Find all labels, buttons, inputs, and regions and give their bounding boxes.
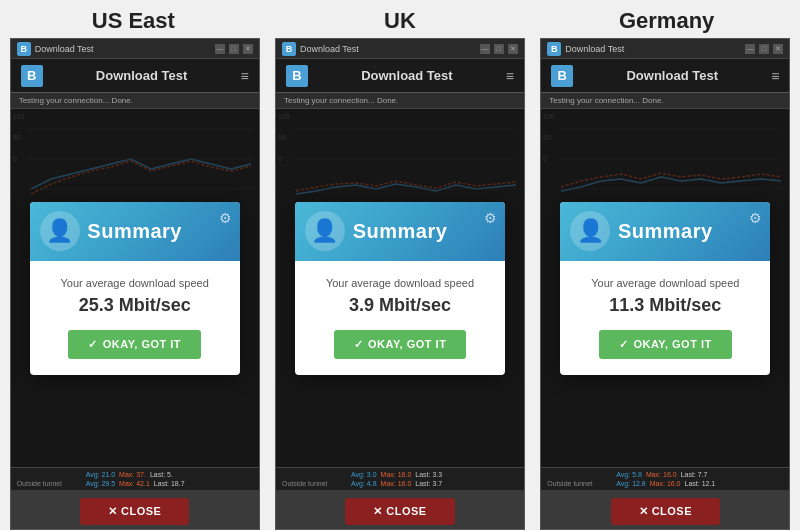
window-controls-uk: — □ ✕ bbox=[480, 44, 518, 54]
window-title-uk: Download Test bbox=[300, 44, 476, 54]
close-btn-us-east[interactable]: ✕ bbox=[243, 44, 253, 54]
modal-header-uk: 👤 Summary ⚙ bbox=[295, 202, 505, 261]
modal-header-us-east: 👤 Summary ⚙ bbox=[30, 202, 240, 261]
menu-icon-germany[interactable]: ≡ bbox=[771, 68, 779, 84]
minimize-btn-us-east[interactable]: — bbox=[215, 44, 225, 54]
modal-body-germany: Your average download speed 11.3 Mbit/se… bbox=[560, 261, 770, 375]
stat-line-1-us-east: Avg: 21.0 Max: 37. Last: 5. bbox=[17, 470, 253, 479]
region-label-us-east: US East bbox=[3, 8, 263, 34]
person-icon-germany: 👤 bbox=[570, 211, 610, 251]
chart-area-uk: Testing your connection... Done. 100 50 … bbox=[276, 93, 524, 490]
titlebar-uk: B Download Test — □ ✕ bbox=[276, 39, 524, 59]
modal-overlay-uk: 👤 Summary ⚙ Your average download speed … bbox=[276, 109, 524, 467]
panel-uk: B Download Test — □ ✕ B Download Test ≡ … bbox=[275, 38, 525, 530]
stat-line-2-germany: Outside tunnel Avg: 12.8 Max: 16.0 Last:… bbox=[547, 479, 783, 488]
menu-icon-uk[interactable]: ≡ bbox=[506, 68, 514, 84]
maximize-btn-uk[interactable]: □ bbox=[494, 44, 504, 54]
modal-body-uk: Your average download speed 3.9 Mbit/sec… bbox=[295, 261, 505, 375]
settings-icon-us-east[interactable]: ⚙ bbox=[219, 210, 232, 226]
titlebar-us-east: B Download Test — □ ✕ bbox=[11, 39, 259, 59]
chart-canvas-us-east: 100 50 0 bbox=[11, 109, 259, 467]
chart-canvas-uk: 100 50 0 bbox=[276, 109, 524, 467]
panel-germany: B Download Test — □ ✕ B Download Test ≡ … bbox=[540, 38, 790, 530]
modal-header-germany: 👤 Summary ⚙ bbox=[560, 202, 770, 261]
close-btn-germany[interactable]: ✕ bbox=[773, 44, 783, 54]
app-title-germany: Download Test bbox=[581, 68, 763, 83]
app-header-germany: B Download Test ≡ bbox=[541, 59, 789, 93]
okay-btn-germany[interactable]: ✓ OKAY, GOT IT bbox=[599, 330, 732, 359]
chart-canvas-germany: 100 50 0 bbox=[541, 109, 789, 467]
modal-description-us-east: Your average download speed bbox=[44, 277, 226, 289]
modal-title-uk: Summary bbox=[353, 220, 448, 242]
close-button-uk[interactable]: ✕ CLOSE bbox=[345, 498, 454, 525]
person-icon-us-east: 👤 bbox=[40, 211, 80, 251]
modal-speed-uk: 3.9 Mbit/sec bbox=[309, 295, 491, 316]
stat-line-2-uk: Outside tunnel Avg: 4.8 Max: 16.0 Last: … bbox=[282, 479, 518, 488]
modal-box-uk: 👤 Summary ⚙ Your average download speed … bbox=[295, 202, 505, 375]
window-logo-us-east: B bbox=[17, 42, 31, 56]
checkmark-icon-germany: ✓ bbox=[619, 338, 629, 351]
testing-text-us-east: Testing your connection... Done. bbox=[11, 93, 259, 109]
app-logo-us-east: B bbox=[21, 65, 43, 87]
region-label-germany: Germany bbox=[537, 8, 797, 34]
close-area-germany: ✕ CLOSE bbox=[541, 490, 789, 529]
page-header: US East UK Germany bbox=[0, 0, 800, 38]
modal-box-us-east: 👤 Summary ⚙ Your average download speed … bbox=[30, 202, 240, 375]
menu-icon-us-east[interactable]: ≡ bbox=[240, 68, 248, 84]
window-controls-us-east: — □ ✕ bbox=[215, 44, 253, 54]
modal-body-us-east: Your average download speed 25.3 Mbit/se… bbox=[30, 261, 240, 375]
modal-speed-germany: 11.3 Mbit/sec bbox=[574, 295, 756, 316]
checkmark-icon-uk: ✓ bbox=[354, 338, 364, 351]
app-title-us-east: Download Test bbox=[51, 68, 233, 83]
chart-area-us-east: Testing your connection... Done. 100 50 … bbox=[11, 93, 259, 490]
maximize-btn-us-east[interactable]: □ bbox=[229, 44, 239, 54]
window-title-germany: Download Test bbox=[565, 44, 741, 54]
app-logo-uk: B bbox=[286, 65, 308, 87]
window-controls-germany: — □ ✕ bbox=[745, 44, 783, 54]
close-area-uk: ✕ CLOSE bbox=[276, 490, 524, 529]
modal-speed-us-east: 25.3 Mbit/sec bbox=[44, 295, 226, 316]
close-btn-uk[interactable]: ✕ bbox=[508, 44, 518, 54]
close-area-us-east: ✕ CLOSE bbox=[11, 490, 259, 529]
panel-us-east: B Download Test — □ ✕ B Download Test ≡ … bbox=[10, 38, 260, 530]
titlebar-germany: B Download Test — □ ✕ bbox=[541, 39, 789, 59]
modal-title-germany: Summary bbox=[618, 220, 713, 242]
settings-icon-germany[interactable]: ⚙ bbox=[749, 210, 762, 226]
stat-line-2-us-east: Outside tunnel Avg: 29.5 Max: 42.1 Last:… bbox=[17, 479, 253, 488]
modal-overlay-germany: 👤 Summary ⚙ Your average download speed … bbox=[541, 109, 789, 467]
testing-text-uk: Testing your connection... Done. bbox=[276, 93, 524, 109]
okay-btn-us-east[interactable]: ✓ OKAY, GOT IT bbox=[68, 330, 201, 359]
panels-row: B Download Test — □ ✕ B Download Test ≡ … bbox=[0, 38, 800, 530]
stats-row-uk: Avg: 3.0 Max: 16.0 Last: 3.3 Outside tun… bbox=[276, 467, 524, 490]
modal-description-uk: Your average download speed bbox=[309, 277, 491, 289]
maximize-btn-germany[interactable]: □ bbox=[759, 44, 769, 54]
settings-icon-uk[interactable]: ⚙ bbox=[484, 210, 497, 226]
app-header-uk: B Download Test ≡ bbox=[276, 59, 524, 93]
minimize-btn-germany[interactable]: — bbox=[745, 44, 755, 54]
minimize-btn-uk[interactable]: — bbox=[480, 44, 490, 54]
region-label-uk: UK bbox=[270, 8, 530, 34]
modal-title-us-east: Summary bbox=[87, 220, 182, 242]
testing-text-germany: Testing your connection... Done. bbox=[541, 93, 789, 109]
modal-box-germany: 👤 Summary ⚙ Your average download speed … bbox=[560, 202, 770, 375]
app-logo-germany: B bbox=[551, 65, 573, 87]
window-logo-germany: B bbox=[547, 42, 561, 56]
close-button-germany[interactable]: ✕ CLOSE bbox=[611, 498, 720, 525]
modal-description-germany: Your average download speed bbox=[574, 277, 756, 289]
okay-btn-uk[interactable]: ✓ OKAY, GOT IT bbox=[334, 330, 467, 359]
app-title-uk: Download Test bbox=[316, 68, 498, 83]
stats-row-us-east: Avg: 21.0 Max: 37. Last: 5. Outside tunn… bbox=[11, 467, 259, 490]
stats-row-germany: Avg: 5.8 Max: 16.0 Last: 7.7 Outside tun… bbox=[541, 467, 789, 490]
person-icon-uk: 👤 bbox=[305, 211, 345, 251]
chart-area-germany: Testing your connection... Done. 100 50 … bbox=[541, 93, 789, 490]
close-button-us-east[interactable]: ✕ CLOSE bbox=[80, 498, 189, 525]
checkmark-icon-us-east: ✓ bbox=[88, 338, 98, 351]
modal-overlay-us-east: 👤 Summary ⚙ Your average download speed … bbox=[11, 109, 259, 467]
panels-outer: B Download Test — □ ✕ B Download Test ≡ … bbox=[0, 38, 800, 530]
window-logo-uk: B bbox=[282, 42, 296, 56]
stat-line-1-germany: Avg: 5.8 Max: 16.0 Last: 7.7 bbox=[547, 470, 783, 479]
app-header-us-east: B Download Test ≡ bbox=[11, 59, 259, 93]
window-title-us-east: Download Test bbox=[35, 44, 211, 54]
stat-line-1-uk: Avg: 3.0 Max: 16.0 Last: 3.3 bbox=[282, 470, 518, 479]
